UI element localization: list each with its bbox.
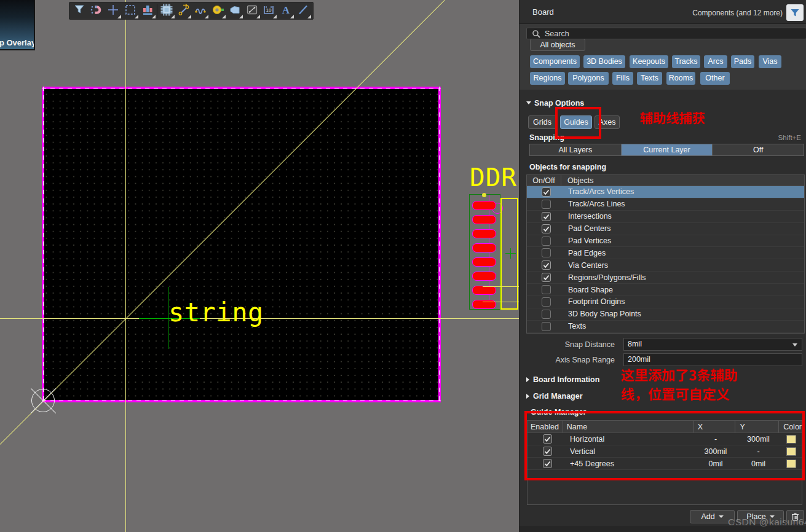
component-designator-text[interactable]: DDR — [470, 163, 517, 192]
row-checkbox[interactable] — [542, 224, 551, 233]
vertical-guide-line[interactable] — [125, 0, 126, 532]
filter-fills[interactable]: Fills — [612, 72, 633, 85]
differential-pair-tool-button[interactable] — [192, 2, 209, 19]
row-label: Footprint Origins — [561, 297, 625, 306]
row-label: Track/Arcs Lines — [561, 200, 625, 208]
board-outline-dash-left — [43, 87, 44, 402]
filter-regions[interactable]: Regions — [530, 72, 565, 85]
snap-object-row[interactable]: 3D Body Snap Points — [527, 308, 804, 321]
filter-tool-button[interactable] — [71, 2, 88, 19]
polygon-icon — [229, 4, 241, 18]
filter-polygons[interactable]: Polygons — [568, 72, 609, 85]
snap-object-row[interactable]: Track/Arcs Lines — [527, 198, 804, 211]
column-header-objects[interactable]: Objects — [561, 175, 593, 186]
panel-scope-label[interactable]: Components (and 12 more) — [692, 9, 783, 17]
row-checkbox[interactable] — [542, 322, 551, 331]
polygon-tool-button[interactable] — [226, 2, 243, 19]
snap-distance-dropdown[interactable]: 8mil — [623, 338, 802, 351]
component-pad[interactable] — [472, 272, 496, 281]
snap-object-row[interactable]: Pad Centers — [527, 223, 804, 235]
component-pad[interactable] — [472, 215, 496, 224]
snap-object-row[interactable]: Footprint Origins — [527, 296, 804, 308]
row-checkbox[interactable] — [542, 297, 551, 307]
object-filter-button[interactable] — [786, 4, 804, 21]
filter-3d-bodies[interactable]: 3D Bodies — [583, 55, 625, 68]
snapping-mode-off[interactable]: Off — [713, 144, 804, 156]
row-checkbox[interactable] — [542, 187, 551, 197]
dimension-icon — [246, 4, 258, 18]
row-checkbox[interactable] — [542, 212, 551, 221]
object-filter-section: Search All objects Components3D BodiesKe… — [520, 24, 806, 90]
pad-tool-button[interactable] — [209, 2, 226, 19]
magnet-tool-button[interactable] — [88, 2, 105, 19]
row-label: Board Shape — [561, 286, 613, 294]
row-checkbox[interactable] — [542, 285, 551, 294]
board-shape[interactable] — [42, 87, 441, 402]
measure-tool-button[interactable]: 10 — [261, 2, 278, 19]
filter-rooms[interactable]: Rooms — [666, 72, 695, 85]
component-pad[interactable] — [472, 286, 496, 295]
filter-tracks[interactable]: Tracks — [672, 55, 700, 68]
axis-snap-range-input[interactable]: 200mil — [623, 353, 802, 366]
filter-vias[interactable]: Vias — [759, 55, 781, 68]
pcb-canvas[interactable]: string DDR 10A Top Overlay — [0, 0, 519, 532]
snap-object-row[interactable]: Texts — [527, 321, 804, 333]
component-pad[interactable] — [472, 201, 496, 210]
filter-texts[interactable]: Texts — [637, 72, 662, 85]
text-tool-button[interactable]: A — [277, 2, 294, 19]
snapping-mode-all-layers[interactable]: All Layers — [529, 144, 622, 156]
component-pad[interactable] — [472, 257, 496, 267]
filter-components[interactable]: Components — [530, 55, 580, 68]
row-checkbox[interactable] — [542, 248, 551, 257]
all-objects-button[interactable]: All objects — [530, 39, 585, 51]
section-board-information[interactable]: Board Information — [526, 375, 599, 384]
row-checkbox[interactable] — [542, 260, 551, 270]
snap-object-row[interactable]: Regions/Polygons/Fills — [527, 272, 804, 284]
component-pad[interactable] — [472, 229, 496, 238]
filter-pads[interactable]: Pads — [731, 55, 754, 68]
selection-tool-button[interactable] — [122, 2, 139, 19]
snap-object-row[interactable]: Via Centers — [527, 259, 804, 272]
section-snap-options[interactable]: Snap Options — [526, 99, 584, 108]
route-tool-button[interactable] — [175, 2, 192, 19]
snap-object-row[interactable]: Pad Vertices — [527, 235, 804, 248]
row-checkbox[interactable] — [542, 200, 551, 209]
snap-object-row[interactable]: Intersections — [527, 211, 804, 223]
component-tool-button[interactable] — [158, 2, 175, 19]
room-tool-button[interactable] — [139, 2, 156, 19]
component-silk-line — [483, 286, 519, 287]
component-icon — [160, 4, 173, 18]
snap-objects-table: On/Off Objects Track/Arcs VerticesTrack/… — [526, 174, 805, 334]
objects-for-snapping-label: Objects for snapping — [529, 163, 606, 171]
line-tool-button[interactable] — [294, 2, 312, 19]
filter-other[interactable]: Other — [700, 72, 730, 85]
board-area[interactable] — [44, 89, 438, 400]
filter-keepouts[interactable]: Keepouts — [630, 55, 668, 68]
room-icon — [141, 4, 154, 18]
annotation-box-guides — [555, 107, 601, 139]
dimension-tool-button[interactable] — [243, 2, 261, 19]
component-pad[interactable] — [472, 243, 496, 252]
row-checkbox[interactable] — [542, 273, 551, 282]
snap-object-row[interactable]: Board Shape — [527, 284, 804, 296]
watermark: CSDN @kaisun64 — [728, 517, 806, 528]
active-layer-tab[interactable]: Top Overlay — [0, 0, 35, 50]
column-header-onoff[interactable]: On/Off — [527, 175, 561, 186]
annotation-text-3 — [621, 387, 730, 405]
filter-arcs[interactable]: Arcs — [704, 55, 727, 68]
snapping-mode-current-layer[interactable]: Current Layer — [622, 144, 713, 156]
svg-text:A: A — [282, 4, 290, 16]
differential-pair-icon — [194, 4, 207, 18]
snap-grids-button[interactable]: Grids — [528, 115, 556, 129]
section-grid-manager[interactable]: Grid Manager — [526, 392, 583, 401]
search-input[interactable]: Search — [526, 28, 806, 39]
snap-distance-label: Snap Distance — [520, 340, 615, 349]
search-placeholder: Search — [545, 29, 569, 38]
row-checkbox[interactable] — [542, 310, 551, 319]
placed-string-text[interactable]: string — [168, 297, 264, 327]
crosshair-tool-button[interactable] — [105, 2, 122, 19]
snap-object-row[interactable]: Pad Edges — [527, 247, 804, 259]
row-label: Track/Arcs Vertices — [561, 187, 634, 196]
snap-object-row[interactable]: Track/Arcs Vertices — [527, 186, 804, 198]
row-checkbox[interactable] — [542, 237, 551, 246]
